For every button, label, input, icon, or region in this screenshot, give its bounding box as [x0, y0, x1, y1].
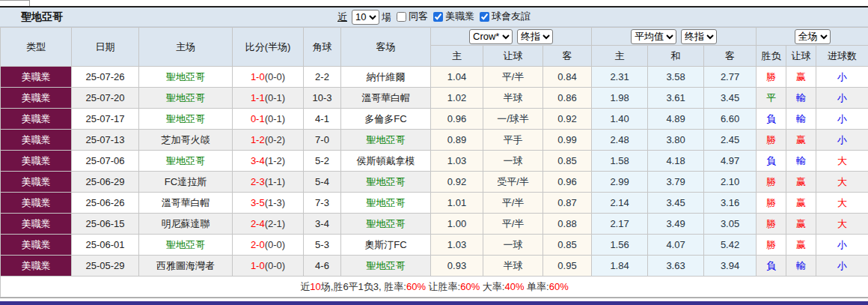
home-team-cell[interactable]: 明尼蘇達聯 [139, 214, 233, 235]
near-link[interactable]: 近 [337, 10, 347, 24]
corners-cell: 5-3 [304, 235, 341, 256]
asian-handicap: 一球 [483, 151, 543, 172]
away-team-cell[interactable]: 聖地亞哥 [341, 193, 431, 214]
asian-away-odds: 0.85 [543, 151, 592, 172]
date-cell: 25-06-29 [72, 172, 139, 193]
euro-draw-odds: 4.07 [648, 235, 704, 256]
team-link[interactable]: 溫哥華白帽 [162, 197, 210, 208]
away-team-cell[interactable]: 聖地亞哥 [341, 130, 431, 151]
home-team-cell[interactable]: 聖地亞哥 [139, 151, 233, 172]
summary-segment: 大率: [480, 281, 504, 292]
asian-away-odds: 0.87 [543, 193, 592, 214]
result-cell: 勝 [757, 193, 786, 214]
result-cell: 勝 [757, 214, 786, 235]
away-team-cell[interactable]: 侯斯頓戴拿模 [341, 151, 431, 172]
euro-home-odds: 1.56 [592, 235, 648, 256]
asian-home-odds: 0.96 [431, 109, 483, 130]
league-cell: 美職業 [1, 214, 72, 235]
filter-checkbox-1[interactable] [433, 12, 443, 22]
euro-draw-odds: 3.49 [648, 214, 704, 235]
team-link[interactable]: 聖地亞哥 [367, 218, 406, 229]
corners-cell: 4-6 [304, 256, 341, 277]
away-team-cell[interactable]: 聖地亞哥 [341, 256, 431, 277]
handicap-result-cell: 赢 [786, 193, 816, 214]
corners-cell: 3-4 [304, 214, 341, 235]
match-history-table: 类型 日期 主场 比分(半场) 角球 客场 Crow*终指 平均值终指 全场 主… [0, 27, 868, 298]
team-link[interactable]: 芝加哥火燄 [162, 134, 210, 145]
home-team-cell[interactable]: 西雅圖海灣者 [139, 256, 233, 277]
home-team-cell[interactable]: 芝加哥火燄 [139, 130, 233, 151]
score-cell: 1-2(0-2) [233, 130, 304, 151]
goals-result-cell: 小 [816, 109, 868, 130]
handicap-result-cell: 赢 [786, 214, 816, 235]
euro-source-select[interactable]: 平均值 [631, 29, 676, 44]
home-team-cell[interactable]: 聖地亞哥 [139, 109, 233, 130]
filter-option[interactable]: 同客 [397, 10, 428, 23]
date-cell: 25-05-29 [72, 256, 139, 277]
team-link[interactable]: 聖地亞哥 [166, 92, 205, 103]
team-link[interactable]: 納什維爾 [367, 71, 406, 82]
euro-away-odds: 2.77 [704, 67, 757, 88]
team-link[interactable]: 溫哥華白帽 [361, 92, 410, 103]
euro-draw-odds: 3.58 [648, 67, 704, 88]
table-row: 美職業25-06-26溫哥華白帽3-5(1-3)7-3聖地亞哥1.01平/半0.… [1, 193, 868, 214]
result-scope-select[interactable]: 全场 [795, 29, 831, 44]
team-link[interactable]: 聖地亞哥 [166, 71, 205, 82]
league-cell: 美職業 [1, 172, 72, 193]
team-link[interactable]: 聖地亞哥 [367, 260, 406, 271]
asian-time-select[interactable]: 终指 [517, 29, 553, 44]
team-link[interactable]: 多倫多FC [364, 113, 406, 124]
asian-home-odds: 0.89 [431, 130, 483, 151]
team-link[interactable]: 聖地亞哥 [367, 197, 406, 208]
summary-segment: 单率: [524, 281, 548, 292]
team-link[interactable]: 聖地亞哥 [166, 239, 205, 250]
away-team-cell[interactable]: 奧斯汀FC [341, 235, 431, 256]
page-title: 聖地亞哥 [0, 10, 63, 24]
team-link[interactable]: 明尼蘇達聯 [162, 218, 210, 229]
euro-time-select[interactable]: 终指 [681, 29, 717, 44]
corners-cell: 7-3 [304, 193, 341, 214]
euro-draw-odds: 4.18 [648, 151, 704, 172]
home-team-cell[interactable]: 聖地亞哥 [139, 67, 233, 88]
filter-checkbox-2[interactable] [480, 12, 489, 22]
away-team-cell[interactable]: 納什維爾 [341, 67, 431, 88]
top-margin-strip [0, 0, 868, 6]
home-team-cell[interactable]: 聖地亞哥 [139, 235, 233, 256]
team-link[interactable]: 聖地亞哥 [166, 155, 205, 166]
asian-handicap: 一/球半 [483, 109, 543, 130]
asian-home-odds: 1.03 [431, 235, 483, 256]
asian-away-odds: 0.86 [543, 88, 592, 109]
team-link[interactable]: 奧斯汀FC [364, 239, 406, 250]
team-link[interactable]: FC達拉斯 [165, 176, 207, 187]
team-link[interactable]: 西雅圖海灣者 [156, 260, 215, 271]
home-team-cell[interactable]: 聖地亞哥 [139, 88, 233, 109]
home-team-cell[interactable]: 溫哥華白帽 [139, 193, 233, 214]
score-cell: 3-4(1-2) [233, 151, 304, 172]
asian-home-odds: 1.03 [431, 151, 483, 172]
summary-segment: 60% [406, 281, 426, 292]
score-cell: 1-0(0-0) [233, 256, 304, 277]
league-cell: 美職業 [1, 256, 72, 277]
handicap-result-cell: 輸 [786, 109, 816, 130]
away-team-cell[interactable]: 溫哥華白帽 [341, 88, 431, 109]
home-team-cell[interactable]: FC達拉斯 [139, 172, 233, 193]
team-link[interactable]: 聖地亞哥 [367, 176, 406, 187]
filter-option[interactable]: 美職業 [433, 10, 474, 23]
away-team-cell[interactable]: 多倫多FC [341, 109, 431, 130]
result-cell: 負 [757, 151, 786, 172]
filter-option[interactable]: 球會友誼 [480, 10, 531, 23]
match-count-select[interactable]: 10 [352, 10, 379, 25]
filter-checkbox-0[interactable] [397, 12, 406, 22]
summary-segment: 让胜率: [426, 281, 460, 292]
asian-bookmaker-select[interactable]: Crow* [469, 29, 513, 44]
team-link[interactable]: 侯斯頓戴拿模 [357, 155, 415, 166]
away-team-cell[interactable]: 聖地亞哥 [341, 172, 431, 193]
team-link[interactable]: 聖地亞哥 [367, 134, 406, 145]
col-header-away: 客场 [341, 28, 431, 67]
handicap-result-cell: 赢 [786, 130, 816, 151]
away-team-cell[interactable]: 聖地亞哥 [341, 214, 431, 235]
team-link[interactable]: 聖地亞哥 [166, 113, 205, 124]
subcol-asian-handicap: 让球 [483, 46, 543, 67]
asian-home-odds: 1.00 [431, 214, 483, 235]
result-cell: 勝 [757, 67, 786, 88]
